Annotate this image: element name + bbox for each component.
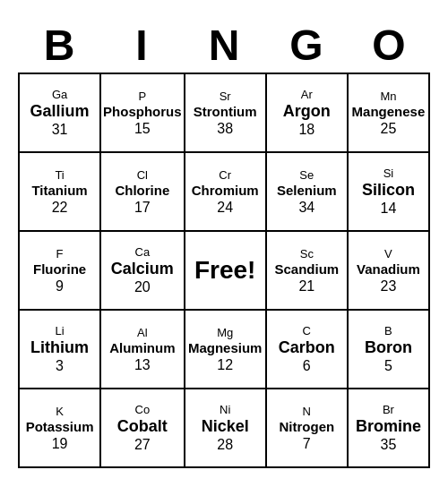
cell-number: 21 — [298, 278, 314, 295]
bingo-cell: SiSilicon14 — [349, 153, 430, 232]
header-letter: O — [348, 19, 430, 73]
bingo-cell: BBoron5 — [349, 311, 430, 389]
cell-number: 27 — [134, 436, 151, 453]
bingo-grid: GaGallium31PPhosphorus15SrStrontium38ArA… — [18, 73, 430, 468]
cell-name: Calcium — [111, 260, 174, 279]
bingo-cell: NNitrogen7 — [267, 389, 349, 468]
bingo-cell: PPhosphorus15 — [101, 74, 185, 153]
cell-number: 38 — [217, 120, 233, 137]
bingo-card: BINGO GaGallium31PPhosphorus15SrStrontiu… — [9, 10, 439, 478]
cell-number: 24 — [217, 199, 233, 216]
cell-symbol: Ga — [52, 88, 67, 102]
header-letter: G — [265, 19, 348, 73]
bingo-cell: Free! — [185, 232, 267, 311]
cell-name: Argon — [283, 102, 331, 122]
header-letter: B — [18, 19, 100, 73]
cell-symbol: Mn — [380, 90, 396, 104]
cell-name: Potassium — [26, 419, 94, 435]
cell-number: 9 — [56, 278, 64, 295]
bingo-header: BINGO — [18, 19, 430, 73]
bingo-cell: SrStrontium38 — [185, 74, 267, 153]
cell-symbol: Si — [383, 167, 394, 181]
cell-symbol: Ar — [301, 88, 313, 102]
bingo-cell: ClChlorine17 — [101, 153, 185, 232]
cell-symbol: Br — [383, 403, 394, 417]
cell-number: 20 — [134, 278, 151, 295]
bingo-cell: AlAluminum13 — [101, 311, 185, 389]
cell-name: Bromine — [356, 417, 421, 437]
free-cell-label: Free! — [194, 256, 255, 285]
cell-name: Lithium — [30, 338, 89, 358]
bingo-cell: MgMagnesium12 — [185, 311, 267, 389]
bingo-cell: MnMangenese25 — [349, 74, 430, 153]
cell-name: Nickel — [202, 417, 249, 437]
cell-name: Silicon — [362, 181, 415, 201]
bingo-cell: BrBromine35 — [349, 389, 430, 468]
cell-symbol: K — [56, 405, 64, 419]
bingo-cell: LiLithium3 — [20, 311, 101, 389]
cell-symbol: F — [56, 247, 64, 261]
bingo-cell: FFluorine9 — [20, 232, 101, 311]
bingo-cell: TiTitanium22 — [20, 153, 101, 232]
cell-symbol: C — [303, 324, 311, 338]
bingo-cell: ArArgon18 — [267, 74, 349, 153]
cell-number: 12 — [217, 356, 233, 373]
cell-name: Scandium — [274, 261, 339, 278]
cell-name: Magnesium — [188, 340, 263, 356]
bingo-cell: GaGallium31 — [20, 74, 101, 153]
bingo-cell: NiNickel28 — [185, 389, 267, 468]
cell-symbol: Ca — [135, 245, 151, 260]
bingo-cell: SeSelenium34 — [267, 153, 349, 232]
cell-symbol: Ti — [55, 168, 64, 183]
cell-number: 34 — [298, 199, 314, 216]
cell-symbol: Se — [299, 168, 314, 183]
cell-name: Nitrogen — [279, 419, 334, 435]
cell-symbol: Li — [55, 324, 64, 338]
cell-symbol: P — [139, 90, 147, 104]
cell-symbol: Ni — [220, 403, 230, 417]
cell-name: Fluorine — [33, 261, 86, 278]
cell-number: 3 — [56, 357, 64, 374]
cell-number: 25 — [381, 120, 397, 137]
cell-number: 18 — [298, 121, 314, 138]
cell-number: 15 — [134, 120, 151, 137]
cell-name: Boron — [365, 338, 412, 358]
cell-number: 17 — [134, 199, 151, 216]
cell-number: 14 — [381, 200, 397, 217]
bingo-cell: CCarbon6 — [267, 311, 349, 389]
bingo-cell: KPotassium19 — [20, 389, 101, 468]
cell-name: Chlorine — [115, 183, 169, 199]
cell-name: Mangenese — [352, 104, 426, 120]
cell-name: Selenium — [277, 183, 337, 199]
cell-symbol: Co — [135, 403, 151, 417]
cell-symbol: V — [384, 247, 392, 261]
cell-name: Aluminum — [109, 340, 175, 356]
cell-name: Gallium — [30, 102, 90, 122]
cell-number: 23 — [381, 278, 397, 295]
cell-number: 6 — [303, 357, 311, 374]
cell-name: Phosphorus — [103, 104, 182, 120]
cell-number: 35 — [381, 436, 397, 453]
bingo-cell: CrChromium24 — [185, 153, 267, 232]
header-letter: N — [183, 19, 265, 73]
cell-number: 28 — [217, 436, 233, 453]
cell-number: 13 — [134, 356, 151, 373]
bingo-cell: ScScandium21 — [267, 232, 349, 311]
cell-number: 7 — [303, 435, 311, 452]
cell-symbol: Sr — [220, 90, 231, 104]
bingo-cell: CaCalcium20 — [101, 232, 185, 311]
cell-symbol: Al — [137, 326, 148, 340]
bingo-cell: CoCobalt27 — [101, 389, 185, 468]
cell-name: Carbon — [279, 338, 335, 358]
cell-symbol: Mg — [217, 326, 233, 340]
cell-name: Vanadium — [357, 261, 420, 278]
header-letter: I — [100, 19, 183, 73]
cell-name: Cobalt — [117, 417, 168, 437]
cell-symbol: Cl — [137, 168, 148, 183]
bingo-cell: VVanadium23 — [349, 232, 430, 311]
cell-symbol: B — [384, 324, 392, 338]
cell-number: 19 — [52, 435, 68, 452]
cell-symbol: Sc — [300, 247, 314, 261]
cell-name: Titanium — [31, 183, 87, 199]
cell-name: Chromium — [192, 183, 259, 199]
